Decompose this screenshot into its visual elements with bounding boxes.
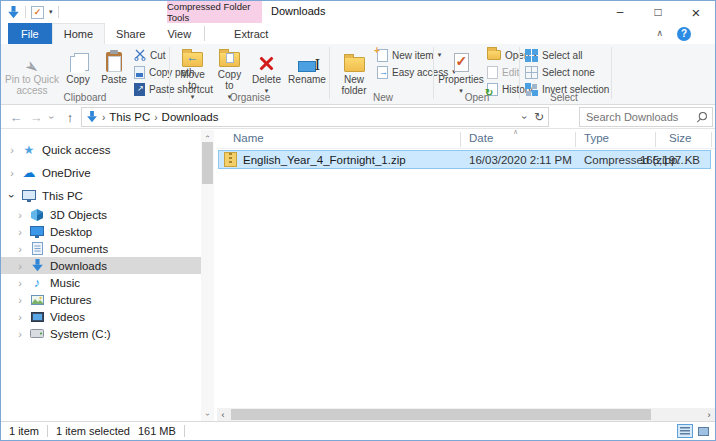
copy-path-icon — [134, 66, 145, 79]
sidebar-item-documents[interactable]: › Documents — [1, 240, 201, 257]
column-header-name[interactable]: Name — [233, 132, 264, 144]
tab-home[interactable]: Home — [52, 23, 105, 44]
recent-locations-dropdown-icon[interactable]: › — [45, 105, 59, 129]
sidebar-item-videos[interactable]: › Videos — [1, 308, 201, 325]
breadcrumb-this-pc[interactable]: This PC — [109, 111, 150, 123]
tab-extract[interactable]: Extract — [223, 23, 279, 44]
tab-view[interactable]: View — [156, 23, 202, 44]
column-divider[interactable] — [655, 132, 656, 147]
cut-button[interactable]: Cut — [134, 47, 166, 63]
expand-chevron-icon[interactable]: › — [15, 294, 25, 306]
divider — [184, 425, 185, 437]
up-icon[interactable]: ↑ — [61, 105, 79, 129]
onedrive-cloud-icon: ☁ — [21, 166, 37, 180]
expand-chevron-icon[interactable]: › — [15, 277, 25, 289]
address-dropdown-icon[interactable]: › — [523, 112, 526, 123]
sidebar-item-music[interactable]: › ♪ Music — [1, 274, 201, 291]
copy-icon — [70, 56, 83, 72]
help-icon[interactable]: ? — [677, 27, 691, 41]
column-header-type[interactable]: Type — [584, 132, 609, 144]
customize-qat-dropdown[interactable]: ▾ — [49, 8, 53, 16]
item-count: 1 item — [9, 425, 39, 437]
scrollbar-thumb[interactable] — [231, 409, 651, 420]
this-pc-monitor-icon — [21, 189, 37, 203]
back-icon[interactable]: ← — [7, 105, 25, 129]
scroll-up-icon[interactable]: › — [201, 130, 214, 142]
music-note-icon: ♪ — [29, 276, 45, 290]
sidebar-item-system-c[interactable]: › System (C:) — [1, 325, 201, 342]
select-none-icon — [525, 66, 538, 79]
breadcrumb-chevron-icon[interactable]: › — [154, 112, 157, 123]
column-header-size[interactable]: Size — [669, 132, 691, 144]
select-all-icon — [525, 49, 538, 62]
expand-chevron-icon[interactable]: › — [15, 243, 25, 255]
collapse-chevron-icon[interactable]: › — [7, 190, 17, 202]
collapse-ribbon-icon[interactable]: ∧ — [656, 28, 663, 38]
details-view-icon — [680, 427, 690, 435]
expand-chevron-icon[interactable]: › — [15, 328, 25, 340]
forward-icon[interactable]: → — [27, 105, 45, 129]
select-none-button[interactable]: Select none — [525, 64, 595, 80]
sort-ascending-icon: ∧ — [513, 128, 518, 136]
minimize-button[interactable]: – — [601, 1, 639, 23]
sidebar-item-pictures[interactable]: › Pictures — [1, 291, 201, 308]
3d-objects-cube-icon — [29, 208, 45, 222]
tab-share[interactable]: Share — [105, 23, 156, 44]
scissors-icon — [134, 49, 146, 61]
properties-qat-button[interactable]: ✓ — [31, 6, 44, 19]
tab-file[interactable]: File — [8, 23, 52, 44]
refresh-icon[interactable]: ↻ — [534, 110, 544, 124]
desktop-icon — [29, 225, 45, 239]
edit-button[interactable]: Edit — [487, 64, 519, 80]
expand-chevron-icon[interactable]: › — [7, 167, 17, 179]
file-list-pane: Name ∧ Date Type Size English_Year_4_For… — [217, 130, 715, 408]
large-icons-view-icon — [698, 427, 709, 436]
column-header-date[interactable]: Date — [469, 132, 493, 144]
scroll-down-icon[interactable]: › — [201, 408, 214, 421]
address-bar[interactable]: › This PC › Downloads › ↻ — [81, 107, 549, 127]
breadcrumb-chevron-icon[interactable]: › — [102, 112, 105, 123]
sidebar-item-desktop[interactable]: › Desktop — [1, 223, 201, 240]
horizontal-scrollbar[interactable]: ‹ › — [217, 408, 715, 421]
scrollbar-thumb[interactable] — [202, 142, 213, 184]
zip-file-icon — [224, 152, 237, 167]
sidebar-item-onedrive[interactable]: › ☁ OneDrive — [1, 164, 201, 181]
file-row-selected[interactable]: English_Year_4_Fortnight_1.zip 16/03/202… — [218, 150, 711, 169]
expand-chevron-icon[interactable]: › — [15, 226, 25, 238]
new-item-button[interactable]: + New item▾ — [377, 47, 441, 63]
breadcrumb-downloads[interactable]: Downloads — [162, 111, 219, 123]
divider — [47, 425, 48, 437]
expand-chevron-icon[interactable]: › — [7, 144, 17, 156]
selection-size: 161 MB — [138, 425, 176, 437]
videos-icon — [29, 310, 45, 324]
search-icon[interactable] — [696, 111, 708, 123]
sidebar-item-3d-objects[interactable]: › 3D Objects — [1, 206, 201, 223]
view-switcher — [677, 424, 711, 438]
close-button[interactable]: × — [677, 1, 715, 23]
selection-count: 1 item selected — [56, 425, 130, 437]
clipboard-group-label: Clipboard — [5, 92, 165, 103]
select-group-label: Select — [521, 92, 607, 103]
rename-icon: I — [298, 61, 316, 72]
scroll-right-icon[interactable]: › — [703, 408, 715, 421]
quick-access-star-icon: ★ — [21, 143, 37, 157]
sidebar-item-downloads[interactable]: › Downloads — [1, 257, 201, 274]
column-divider[interactable] — [460, 132, 461, 147]
new-group-label: New — [335, 92, 431, 103]
expand-chevron-icon[interactable]: › — [15, 311, 25, 323]
details-view-button[interactable] — [677, 424, 693, 438]
search-input[interactable] — [584, 110, 696, 124]
sidebar-item-this-pc[interactable]: › This PC — [1, 187, 201, 204]
new-item-icon: + — [377, 49, 388, 62]
sidebar-item-quick-access[interactable]: › ★ Quick access — [1, 141, 201, 158]
sidebar-scrollbar[interactable]: › — [201, 130, 214, 408]
expand-chevron-icon[interactable]: › — [15, 209, 25, 221]
scroll-left-icon[interactable]: ‹ — [217, 408, 229, 421]
expand-chevron-icon[interactable]: › — [15, 260, 25, 272]
maximize-button[interactable]: □ — [639, 1, 677, 23]
column-divider[interactable] — [711, 132, 712, 147]
column-divider[interactable] — [575, 132, 576, 147]
window-controls: – □ × — [601, 1, 715, 23]
select-all-button[interactable]: Select all — [525, 47, 583, 63]
large-icons-view-button[interactable] — [695, 424, 711, 438]
